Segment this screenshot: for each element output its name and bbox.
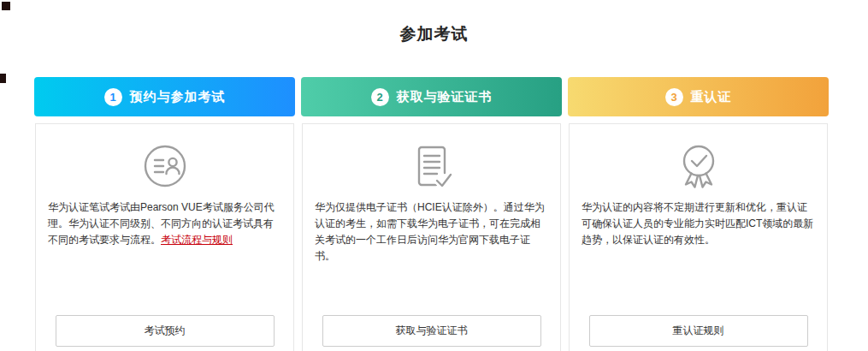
step-1-description: 华为认证笔试考试由Pearson VUE考试服务公司代理。华为认证不同级别、不同…: [36, 199, 293, 248]
step-2-number: 2: [371, 88, 389, 106]
step-2-description: 华为仅提供电子证书（HCIE认证除外）。通过华为认证的考生，如需下载华为电子证书…: [303, 199, 560, 265]
step-1-title: 预约与参加考试: [130, 89, 226, 105]
take-exam-section: 参加考试 1 预约与参加考试 华为认证笔试考试由Pearson VUE考试服务公…: [0, 0, 868, 351]
step-3-description-text: 华为认证的内容将不定期进行更新和优化，重认证可确保认证人员的专业能力实时匹配IC…: [582, 201, 813, 246]
get-verify-certificate-button[interactable]: 获取与验证证书: [322, 315, 541, 347]
step-2-card: 华为仅提供电子证书（HCIE认证除外）。通过华为认证的考生，如需下载华为电子证书…: [302, 123, 561, 351]
step-3-column: 3 重认证 华为认证的内容将不定期进行更新和优化，重认证可确保认证人员的专业能力…: [568, 77, 829, 116]
recertification-rules-button[interactable]: 重认证规则: [589, 315, 808, 347]
screenshot-artifact-square: [2, 2, 10, 10]
screenshot-artifact-square: [0, 74, 6, 83]
certificate-document-check-icon: [303, 133, 560, 199]
step-1-number: 1: [104, 88, 122, 106]
page-title: 参加考试: [0, 23, 868, 45]
id-card-contact-icon: [36, 133, 293, 199]
exam-booking-button[interactable]: 考试预约: [56, 315, 275, 347]
step-3-description: 华为认证的内容将不定期进行更新和优化，重认证可确保认证人员的专业能力实时匹配IC…: [570, 199, 827, 248]
medal-check-icon: [570, 133, 827, 199]
step-3-card: 华为认证的内容将不定期进行更新和优化，重认证可确保认证人员的专业能力实时匹配IC…: [569, 123, 828, 351]
step-3-number: 3: [665, 88, 683, 106]
step-1-header: 1 预约与参加考试: [34, 77, 295, 116]
step-2-title: 获取与验证证书: [397, 89, 493, 105]
step-3-header: 3 重认证: [568, 77, 829, 116]
step-2-column: 2 获取与验证证书 华为仅提供电子证书（HCIE认证除外）。通过华为认证的考生，…: [301, 77, 562, 116]
step-3-title: 重认证: [691, 89, 732, 105]
step-1-column: 1 预约与参加考试 华为认证笔试考试由Pearson VUE考试服务公司代理。华…: [34, 77, 295, 116]
step-2-header: 2 获取与验证证书: [301, 77, 562, 116]
exam-rules-link[interactable]: 考试流程与规则: [161, 234, 233, 246]
step-2-description-text: 华为仅提供电子证书（HCIE认证除外）。通过华为认证的考生，如需下载华为电子证书…: [315, 201, 545, 262]
step-1-card: 华为认证笔试考试由Pearson VUE考试服务公司代理。华为认证不同级别、不同…: [35, 123, 294, 351]
